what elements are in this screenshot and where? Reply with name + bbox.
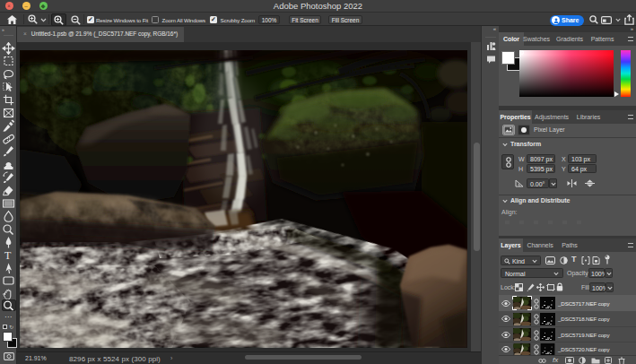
svg-text:T: T xyxy=(4,249,12,262)
